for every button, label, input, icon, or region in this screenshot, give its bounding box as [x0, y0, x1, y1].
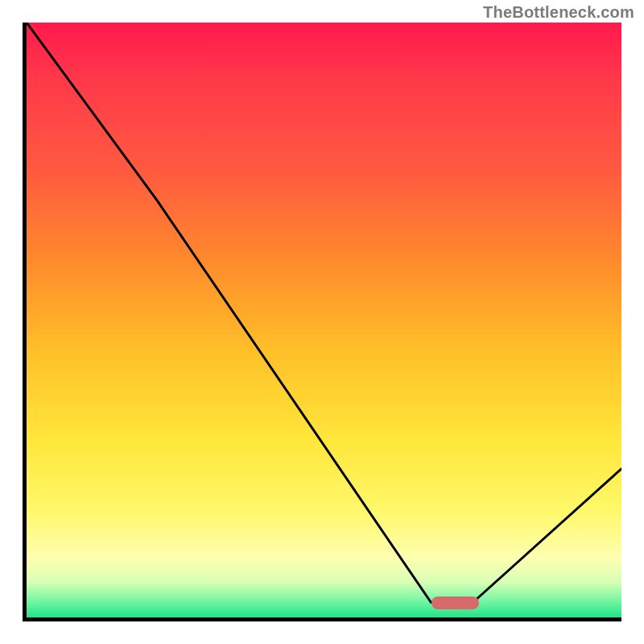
heat-gradient — [27, 23, 621, 617]
plot-area — [23, 23, 621, 621]
attribution-label: TheBottleneck.com — [483, 3, 634, 22]
chart-container: TheBottleneck.com — [0, 0, 644, 644]
optimal-range-marker — [431, 597, 479, 609]
